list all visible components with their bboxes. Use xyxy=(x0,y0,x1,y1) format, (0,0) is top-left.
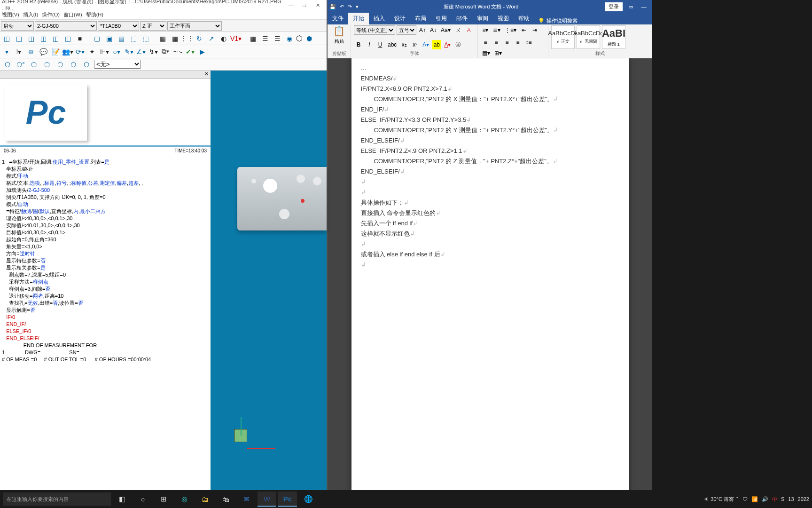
borders-icon[interactable]: ⊞▾ xyxy=(493,48,503,58)
hex-icon[interactable]: ⬡ xyxy=(55,59,66,70)
system-tray[interactable]: ˄ 🛡 📶 🔊 中 S 13 2022 xyxy=(736,496,809,503)
hex-icon[interactable]: ⬡ xyxy=(2,59,13,70)
hex-icon[interactable]: ⬡ xyxy=(28,59,39,70)
pointer-icon[interactable]: ▾ xyxy=(1,46,12,57)
weather-widget[interactable]: ☀ 30°C 薄雾 xyxy=(704,496,734,503)
cube-icon[interactable]: ◫ xyxy=(1,33,12,44)
redo-icon[interactable]: ↷ xyxy=(348,4,352,10)
edge-icon[interactable]: ◎ xyxy=(175,492,194,507)
multilevel-icon[interactable]: ⋮≡▾ xyxy=(503,25,518,35)
table-icon[interactable]: ▦ xyxy=(247,33,258,44)
hex-icon[interactable]: ⬡ xyxy=(41,59,53,70)
edit-icon[interactable]: ✎▾ xyxy=(123,46,134,57)
mail-icon[interactable]: ✉ xyxy=(237,492,256,507)
box-3d-icon[interactable]: ⬚ xyxy=(128,33,139,44)
cortana-icon[interactable]: ○ xyxy=(133,492,152,507)
line-spacing-icon[interactable]: ↕≡ xyxy=(524,38,533,47)
paste-label[interactable]: 粘贴 xyxy=(335,38,344,45)
style-normal[interactable]: AaBbCcDc↲ 正文 xyxy=(551,25,575,49)
cube-icon[interactable]: ◫ xyxy=(13,33,24,44)
minimize-button[interactable]: — xyxy=(284,2,298,8)
menu-view[interactable]: 视图(V) xyxy=(2,11,19,18)
circle-icon[interactable]: ○▾ xyxy=(111,46,122,57)
hex-icon[interactable]: ⬡ xyxy=(81,59,92,70)
ime-icon[interactable]: S xyxy=(781,496,784,502)
list-icon[interactable]: ☰ xyxy=(272,33,283,44)
program-code[interactable]: 1 =坐标系/开始,回调:使用_零件_设置,列表=是 坐标系/终止 模式/手动 … xyxy=(0,157,211,491)
text-effects-icon[interactable]: A▾ xyxy=(421,40,430,49)
align-icon[interactable]: ⊩▾ xyxy=(99,46,110,57)
task-view-icon[interactable]: ◧ xyxy=(113,492,132,507)
strike-button[interactable]: abc xyxy=(386,40,398,49)
tool-icon[interactable]: ⬡ xyxy=(296,34,303,43)
refresh-icon[interactable]: ↻ xyxy=(194,33,205,44)
combo-axis[interactable]: Z 正 xyxy=(140,21,166,31)
box-3d-icon[interactable]: ⬚ xyxy=(140,33,151,44)
word-taskbar-icon[interactable]: W xyxy=(258,492,276,507)
probe-icon[interactable]: !▾ xyxy=(13,46,24,57)
target-icon[interactable]: ⊕ xyxy=(25,46,37,57)
close-button[interactable]: ✕ xyxy=(311,2,325,8)
security-icon[interactable]: 🛡 xyxy=(742,496,748,502)
browser-icon[interactable]: 🌐 xyxy=(299,492,318,507)
indent-left-icon[interactable]: ⇤ xyxy=(519,25,529,35)
taskbar-item[interactable]: ⊞ xyxy=(154,492,173,507)
hex-icon[interactable]: ⬡° xyxy=(15,59,26,70)
align-left-icon[interactable]: ≡ xyxy=(481,38,490,47)
menu-insert[interactable]: 插入(I) xyxy=(23,11,38,18)
tell-me-search[interactable]: 💡操作说明搜索 xyxy=(534,17,581,24)
graphic-display-window[interactable] xyxy=(211,71,327,499)
numbering-icon[interactable]: ≣▾ xyxy=(492,25,502,35)
ime-icon[interactable]: 中 xyxy=(772,496,777,503)
cube-icon[interactable]: ◫ xyxy=(62,33,73,44)
styles-gallery[interactable]: AaBbCcDc↲ 正文 AaBbCcDc↲ 无间隔 AaBI标题 1 xyxy=(551,25,625,49)
box-icon[interactable]: ▣ xyxy=(103,33,115,44)
shrink-font-icon[interactable]: A↓ xyxy=(429,25,438,35)
minimize-button[interactable]: — xyxy=(637,4,650,9)
note-icon[interactable]: 📝 xyxy=(50,46,61,57)
check-icon[interactable]: ✔▾ xyxy=(184,46,195,57)
cube-solid-icon[interactable]: ■ xyxy=(74,33,86,44)
tab-review[interactable]: 审阅 xyxy=(472,13,493,24)
tool-icon[interactable]: ⬢ xyxy=(304,33,315,44)
play-icon[interactable]: ▶ xyxy=(196,46,208,57)
combo-mode[interactable]: 启动 xyxy=(1,21,34,31)
combo-probe[interactable]: 2-GJ-500 xyxy=(35,21,97,31)
tab-insert[interactable]: 插入 xyxy=(369,13,390,24)
arrow-icon[interactable]: ↗ xyxy=(206,33,217,44)
align-center-icon[interactable]: ≡ xyxy=(492,38,501,47)
tab-home[interactable]: 开始 xyxy=(348,13,369,24)
undo-icon[interactable]: ↶ xyxy=(340,4,344,10)
group-icon[interactable]: 👥▾ xyxy=(62,46,73,57)
clear-format-icon[interactable]: A xyxy=(464,25,474,35)
tab-mailings[interactable]: 邮件 xyxy=(452,13,472,24)
wifi-icon[interactable]: 📶 xyxy=(751,496,758,502)
grow-font-icon[interactable]: A↑ xyxy=(418,25,427,35)
phonetic-icon[interactable]: ㄨ xyxy=(453,25,463,35)
bold-button[interactable]: B xyxy=(354,40,363,49)
font-size-select[interactable]: 五号 xyxy=(397,25,416,35)
grid-icon[interactable]: ▦ xyxy=(169,33,180,44)
style-heading-1[interactable]: AaBI标题 1 xyxy=(602,25,625,49)
indent-right-icon[interactable]: ⇥ xyxy=(530,25,539,35)
combo-filter[interactable]: <无> xyxy=(94,60,141,69)
grid-icon[interactable]: ▦ xyxy=(157,33,168,44)
italic-button[interactable]: I xyxy=(365,40,374,49)
combo-workplane[interactable]: 工作平面 xyxy=(167,21,222,31)
document-area[interactable]: … ENDMEAS/↲ IF/PNT2.X<6.9 OR PNT2.X>7.1↲… xyxy=(328,58,652,498)
highlight-icon[interactable]: ab xyxy=(432,40,441,49)
hex-icon[interactable]: ⬡ xyxy=(68,59,79,70)
maximize-button[interactable]: □ xyxy=(297,2,311,8)
menu-help[interactable]: 帮助(H) xyxy=(86,11,103,18)
explorer-icon[interactable]: 🗂 xyxy=(195,492,214,507)
font-color-icon[interactable]: A▾ xyxy=(443,40,452,49)
bullets-icon[interactable]: ≡▾ xyxy=(481,25,490,35)
axis-icon[interactable]: ✦ xyxy=(86,46,98,57)
v1-icon[interactable]: V1▾ xyxy=(230,33,242,44)
volume-icon[interactable]: 🔊 xyxy=(762,496,768,502)
shading-icon[interactable]: ▦▾ xyxy=(481,48,492,58)
clock-date[interactable]: 2022 xyxy=(798,496,809,502)
tab-references[interactable]: 引用 xyxy=(431,13,452,24)
box-icon[interactable]: ▢ xyxy=(91,33,102,44)
vector-icon[interactable]: ↯▾ xyxy=(148,46,159,57)
